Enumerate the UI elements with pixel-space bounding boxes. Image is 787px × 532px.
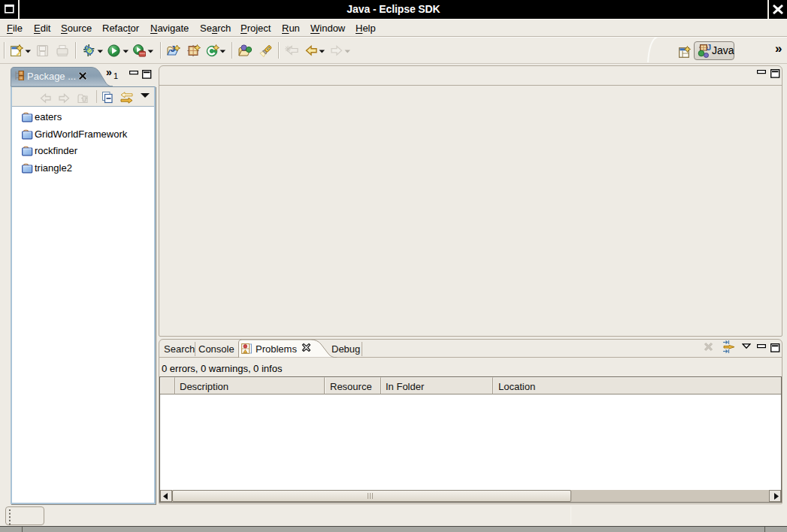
svg-text:J: J	[171, 44, 175, 53]
svg-text:J: J	[707, 44, 711, 52]
